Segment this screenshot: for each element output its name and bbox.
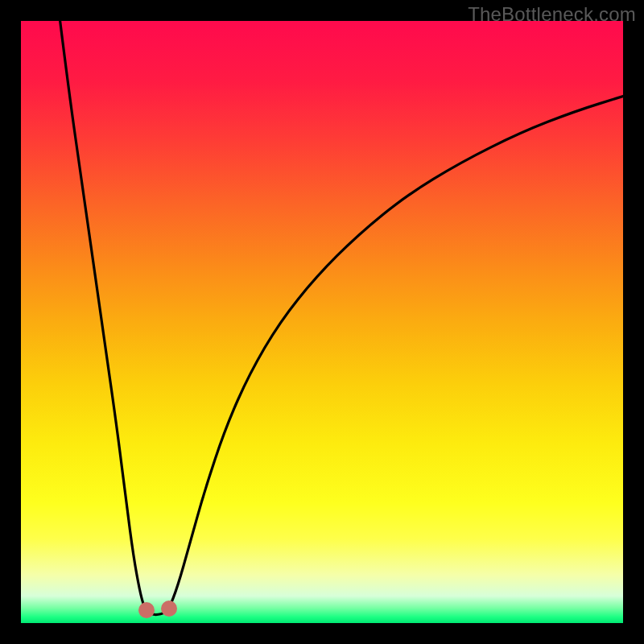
plot-area — [21, 21, 623, 623]
marker-layer — [21, 21, 623, 623]
right-dot — [161, 601, 177, 617]
left-dot — [138, 602, 155, 618]
chart-frame: TheBottleneck.com — [0, 0, 644, 644]
watermark-text: TheBottleneck.com — [468, 3, 636, 26]
